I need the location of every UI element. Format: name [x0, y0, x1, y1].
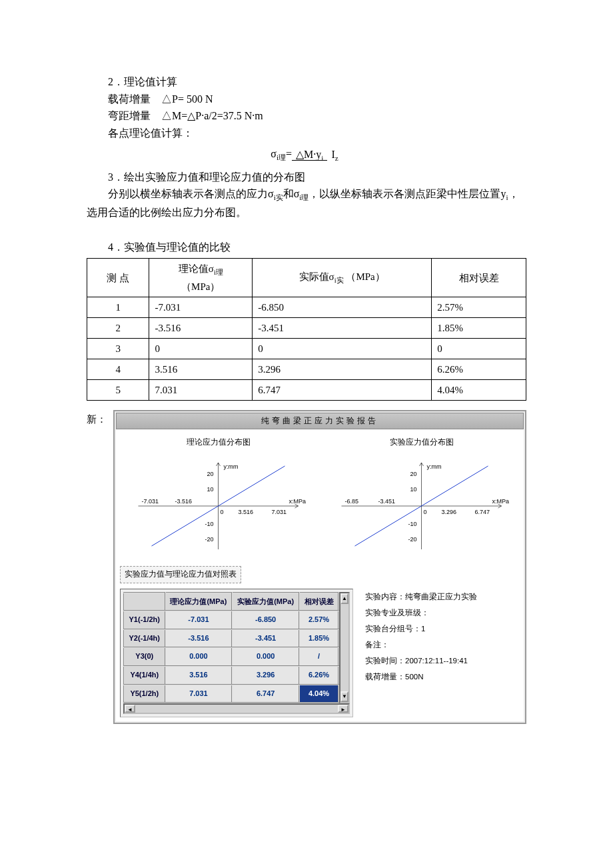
scrollbar-horizontal[interactable]: ◄ ►: [123, 703, 350, 714]
formula-lhs-sub: i理: [277, 154, 286, 162]
info-line: 载荷增量：500N: [365, 669, 477, 685]
info-line: 实验时间：2007:12:11--19:41: [365, 653, 477, 669]
section3-body: 分别以横坐标轴表示各测点的应力σi实和σi理，以纵坐标轴表示各测点距梁中性层位置…: [87, 185, 526, 221]
chart2-title: 实验应力值分布图: [390, 436, 454, 449]
app-window: 纯弯曲梁正应力实验报告 理论应力值分布图 y:mm x:MPa: [113, 410, 526, 724]
svg-text:0: 0: [424, 509, 427, 515]
formula-num: △M·y: [296, 149, 321, 160]
experiment-info: 实验内容：纯弯曲梁正应力实验 实验专业及班级： 实验台分组号：1 备注： 实验时…: [365, 589, 477, 685]
scroll-up-icon[interactable]: ▲: [340, 593, 348, 604]
inner-table-caption: 实验应力值与理论应力值对照表: [120, 566, 241, 583]
scrollbar-vertical[interactable]: ▲ ▼: [339, 592, 350, 704]
th-theoretical: 理论值σi理 （MPa）: [149, 259, 253, 297]
section2-line2: 弯距增量 △M=△P·a/2=37.5 N·m: [87, 107, 526, 125]
table-row: 57.0316.7474.04%: [87, 380, 526, 401]
chart1-title: 理论应力值分布图: [187, 436, 251, 449]
chart-theoretical: 理论应力值分布图 y:mm x:MPa 20 10 0: [120, 433, 316, 559]
formula-eq: =: [286, 148, 292, 159]
svg-text:20: 20: [207, 471, 214, 477]
inner-table-row[interactable]: Y2(-1/4h)-3.516-3.4511.85%: [124, 629, 338, 648]
svg-text:-20: -20: [205, 536, 214, 543]
app-titlebar: 纯弯曲梁正应力实验报告: [116, 413, 524, 429]
comparison-table: 测 点 理论值σi理 （MPa） 实际值σi实 （MPa） 相对误差 1-7.0…: [87, 258, 526, 401]
section2-line1: 载荷增量 △P= 500 N: [87, 91, 526, 108]
chart2-ylabel: y:mm: [427, 463, 442, 470]
app-prefix-label: 新：: [87, 410, 107, 427]
svg-text:10: 10: [207, 486, 214, 493]
section2-heading: 2．理论值计算: [87, 73, 526, 91]
table-row: 1-7.031-6.8502.57%: [87, 297, 526, 318]
chart2-svg: y:mm x:MPa 20 10 0 -10 -20 -6.85 -3.451 …: [323, 453, 520, 559]
svg-text:-20: -20: [408, 536, 417, 543]
th-actual: 实际值σi实 （MPa）: [253, 259, 432, 297]
inner-table-row[interactable]: Y1(-1/2h)-7.031-6.8502.57%: [124, 611, 338, 629]
scroll-down-icon[interactable]: ▼: [340, 691, 348, 702]
svg-text:3.516: 3.516: [239, 509, 254, 515]
svg-text:3.296: 3.296: [442, 509, 457, 515]
info-line: 实验台分组号：1: [365, 621, 477, 637]
svg-text:20: 20: [410, 471, 417, 477]
load-increment-value: △P= 500 N: [161, 93, 213, 105]
inner-th-blank: [124, 593, 165, 611]
th-point: 测 点: [87, 259, 149, 297]
th-error: 相对误差: [432, 259, 526, 297]
section2-line3: 各点理论值计算：: [87, 125, 526, 142]
moment-increment-label: 弯距增量: [108, 110, 151, 121]
formula-den-sub: z: [335, 154, 338, 162]
svg-text:-10: -10: [408, 521, 417, 527]
table-row: 3000: [87, 339, 526, 359]
chart2-xlabel: x:MPa: [492, 498, 510, 505]
chart1-xlabel: x:MPa: [289, 498, 306, 505]
scroll-right-icon[interactable]: ►: [338, 705, 348, 713]
section3-heading: 3．绘出实验应力值和理论应力值的分布图: [87, 169, 526, 186]
svg-text:0: 0: [221, 509, 224, 515]
chart1-svg: y:mm x:MPa 20 10 0 -10 -20 -7.031 -3.516…: [120, 453, 316, 559]
inner-th-err: 相对误差: [299, 593, 338, 611]
inner-table-panel: 理论应力值(MPa) 实验应力值(MPa) 相对误差 Y1(-1/2h)-7.0…: [120, 589, 353, 718]
svg-text:10: 10: [410, 486, 417, 493]
info-line: 实验内容：纯弯曲梁正应力实验: [365, 589, 477, 605]
scroll-left-icon[interactable]: ◄: [125, 705, 135, 713]
inner-th-act: 实验应力值(MPa): [232, 593, 299, 611]
chart-experimental: 实验应力值分布图 y:mm x:MPa 20 10 0: [323, 433, 520, 559]
svg-text:6.747: 6.747: [475, 509, 490, 515]
inner-table-row[interactable]: Y3(0)0.0000.000/: [124, 647, 338, 666]
table-row: 43.5163.2966.26%: [87, 359, 526, 380]
inner-comparison-table: 理论应力值(MPa) 实验应力值(MPa) 相对误差 Y1(-1/2h)-7.0…: [123, 592, 339, 704]
svg-text:-3.451: -3.451: [378, 498, 396, 505]
svg-text:7.031: 7.031: [272, 509, 287, 515]
info-line: 备注：: [365, 637, 477, 653]
formula-num-sub: i: [321, 154, 323, 162]
chart1-ylabel: y:mm: [224, 463, 239, 470]
section4-heading: 4．实验值与理论值的比较: [87, 239, 526, 256]
moment-increment-value: △M=△P·a/2=37.5 N·m: [161, 110, 263, 121]
table-row: 2-3.516-3.4511.85%: [87, 318, 526, 339]
inner-table-row[interactable]: Y5(1/2h)7.0316.7474.04%: [124, 685, 338, 703]
svg-text:-3.516: -3.516: [175, 498, 193, 505]
inner-table-row[interactable]: Y4(1/4h)3.5163.2966.26%: [124, 666, 338, 685]
sigma-formula: σi理=△M·yiIz: [87, 145, 526, 164]
info-line: 实验专业及班级：: [365, 605, 477, 621]
svg-text:-7.031: -7.031: [142, 498, 159, 505]
svg-text:-6.85: -6.85: [345, 498, 359, 505]
load-increment-label: 载荷增量: [108, 93, 151, 105]
inner-th-theo: 理论应力值(MPa): [165, 593, 233, 611]
svg-text:-10: -10: [205, 521, 214, 527]
formula-lhs: σ: [271, 148, 277, 159]
